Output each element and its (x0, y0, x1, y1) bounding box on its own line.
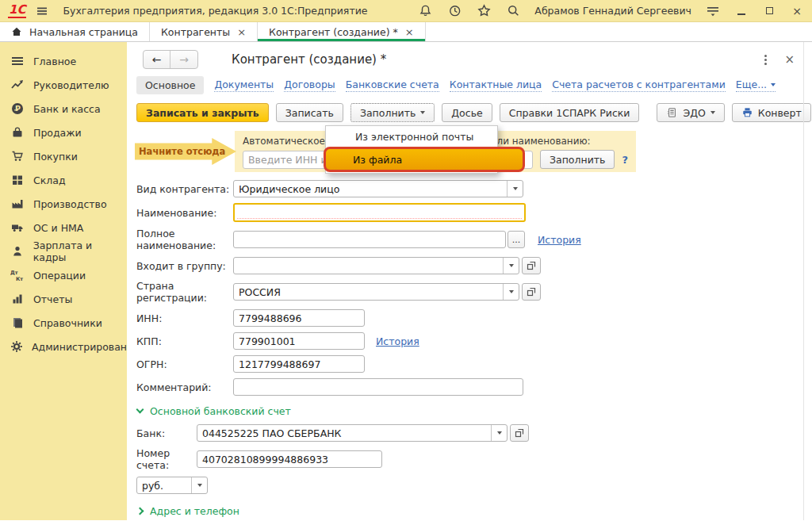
search-icon[interactable] (505, 3, 521, 19)
tab-label: Начальная страница (29, 26, 138, 38)
service-settings-icon[interactable] (705, 3, 721, 19)
bank-section-toggle[interactable]: Основной банковский счет (127, 401, 812, 424)
close-form-button[interactable]: × (784, 52, 795, 67)
spark-risks-button[interactable]: Справки 1СПАРК Риски (500, 103, 640, 122)
more-menu-icon[interactable] (764, 55, 767, 57)
tab-close-icon[interactable]: × (237, 27, 246, 37)
name-input[interactable] (233, 203, 526, 222)
tab-kontragenty[interactable]: Контрагенты × (150, 22, 258, 41)
hint-help-link[interactable]: ? (622, 154, 628, 166)
home-icon (11, 26, 22, 37)
sidebar-item-sales[interactable]: Продажи (0, 121, 127, 144)
sidebar-item-directories[interactable]: Справочники (0, 311, 127, 335)
sidebar-item-label: Зарплата и кадры (33, 239, 127, 263)
star-icon[interactable] (476, 3, 492, 19)
address-phone-toggle[interactable]: Адрес и телефон (127, 500, 812, 520)
tab-label: Контрагенты (161, 26, 230, 38)
edo-button[interactable]: ЭДО (657, 103, 724, 122)
full-name-more-button[interactable]: ... (508, 231, 525, 248)
sidebar-item-administration[interactable]: Администрирование (0, 335, 127, 358)
gear-icon (10, 340, 23, 353)
fill-button[interactable]: Заполнить (350, 103, 435, 122)
sidebar-item-warehouse[interactable]: Склад (0, 168, 127, 192)
country-select[interactable]: РОССИЯ (233, 283, 519, 301)
minimize-button[interactable] (734, 4, 749, 18)
dossier-button[interactable]: Досье (442, 103, 492, 122)
hint-fill-button[interactable]: Заполнить (540, 150, 615, 169)
save-button[interactable]: Записать (276, 103, 343, 122)
dropdown-arrow-icon (503, 284, 519, 300)
dropdown-arrow-icon (503, 258, 519, 274)
currency-select[interactable]: руб. (136, 477, 208, 494)
sidebar-item-manager[interactable]: Руководителю (0, 73, 127, 97)
inn-label: ИНН: (136, 312, 233, 324)
forward-button[interactable]: → (170, 51, 197, 68)
sidebar-item-salary-hr[interactable]: Зарплата и кадры (0, 239, 127, 263)
full-name-history-link[interactable]: История (538, 234, 581, 246)
bell-icon[interactable] (417, 3, 433, 19)
sidebar: Главное Руководителю Р Банк и касса Прод… (0, 42, 127, 520)
sidebar-item-label: ОС и НМА (33, 222, 83, 234)
tab-home[interactable]: Начальная страница (0, 22, 150, 41)
back-button[interactable]: ← (144, 51, 170, 68)
sidebar-item-reports[interactable]: Отчеты (0, 287, 127, 311)
tab-close-icon[interactable]: × (405, 27, 414, 37)
printer-icon (741, 107, 753, 118)
sidebar-item-os-nma[interactable]: ОС и НМА (0, 216, 127, 239)
bank-select[interactable]: 044525225 ПАО СБЕРБАНК (197, 424, 508, 442)
chart-up-icon (10, 79, 25, 91)
scrollbar-track[interactable] (803, 42, 804, 520)
sidebar-item-bank-cash[interactable]: Р Банк и касса (0, 97, 127, 121)
chevron-right-icon (136, 507, 144, 515)
ogrn-label: ОГРН: (136, 358, 233, 370)
tab-label: Контрагент (создание) * (269, 26, 398, 38)
account-input[interactable] (197, 450, 382, 468)
main-menu-icon[interactable] (34, 3, 50, 19)
save-and-close-button[interactable]: Записать и закрыть (136, 103, 269, 122)
navtab-more[interactable]: Еще... (736, 79, 776, 92)
cart-icon (10, 150, 25, 163)
kpp-history-link[interactable]: История (376, 335, 419, 347)
sidebar-item-label: Руководителю (33, 79, 109, 91)
group-select[interactable] (233, 257, 519, 274)
ogrn-input[interactable] (233, 355, 365, 373)
group-open-button[interactable] (522, 257, 541, 274)
chevron-down-icon (136, 406, 144, 414)
tab-kontragent-create[interactable]: Контрагент (создание) * × (258, 22, 426, 41)
name-label: Наименование: (136, 207, 233, 219)
close-window-button[interactable]: × (790, 4, 804, 18)
account-label: Номер счета: (136, 447, 197, 471)
sidebar-item-operations[interactable]: ДтКт Операции (0, 263, 127, 287)
navtab-settlement-accounts[interactable]: Счета расчетов с контрагентами (552, 79, 726, 92)
kind-select[interactable]: Юридическое лицо (233, 180, 523, 197)
inn-input[interactable] (233, 309, 365, 327)
sidebar-item-label: Склад (33, 174, 66, 186)
comment-input[interactable] (233, 378, 523, 396)
full-name-label: Полное наименование: (136, 228, 233, 251)
menu-item-from-email[interactable]: Из электронной почты (326, 126, 497, 148)
svg-text:Кт: Кт (16, 276, 23, 282)
navtab-contacts[interactable]: Контактные лица (450, 79, 542, 92)
kpp-input[interactable] (233, 332, 365, 350)
full-name-input[interactable] (233, 231, 506, 248)
navtab-bank-accounts[interactable]: Банковские счета (346, 79, 439, 92)
1c-logo: 1С (8, 3, 26, 19)
sidebar-item-production[interactable]: Производство (0, 192, 127, 216)
menu-lines-icon (10, 55, 25, 67)
chevron-down-icon (771, 83, 776, 86)
history-icon[interactable] (446, 3, 462, 19)
page-title: Контрагент (создание) * (232, 52, 386, 67)
dropdown-arrow-icon (507, 181, 523, 197)
navtab-contracts[interactable]: Договоры (284, 79, 335, 92)
menu-item-from-file[interactable]: Из файла (324, 147, 525, 172)
navtab-main[interactable]: Основное (136, 76, 204, 94)
sidebar-item-main[interactable]: Главное (0, 49, 127, 73)
sidebar-item-purchases[interactable]: Покупки (0, 144, 127, 168)
country-open-button[interactable] (522, 283, 541, 301)
maximize-button[interactable] (762, 4, 776, 18)
navtab-documents[interactable]: Документы (214, 79, 274, 92)
bank-open-button[interactable] (510, 424, 529, 442)
kpp-label: КПП: (136, 335, 233, 347)
bank-label: Банк: (136, 427, 197, 439)
envelope-button[interactable]: Конверт (732, 103, 811, 122)
